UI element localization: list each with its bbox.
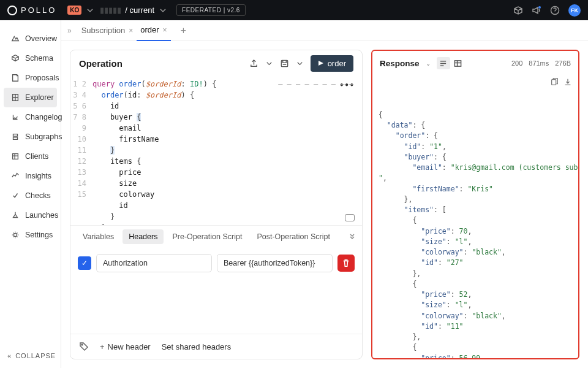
settings-icon: [11, 231, 20, 239]
proposals-icon: [11, 74, 20, 82]
trash-icon: [342, 259, 350, 267]
new-header-button[interactable]: +New header: [100, 342, 151, 351]
response-title: Response: [380, 59, 420, 68]
response-body[interactable]: { "data": { "order": { "id": "1", "buyer…: [372, 75, 578, 358]
bottom-tab-pre-operation-script[interactable]: Pre-Operation Script: [166, 229, 248, 244]
delete-header-button[interactable]: [337, 255, 355, 272]
response-size: 276B: [555, 59, 571, 67]
sidebar-item-proposals[interactable]: Proposals: [4, 68, 57, 88]
insights-icon: [11, 172, 20, 180]
changelog-icon: [11, 113, 20, 121]
sidebar-item-settings[interactable]: Settings: [4, 225, 57, 245]
checks-icon: [11, 191, 20, 200]
sidebar-item-changelog[interactable]: Changelog: [4, 107, 57, 127]
breadcrumb[interactable]: ▮▮▮▮▮ / current: [100, 6, 168, 15]
svg-rect-5: [552, 80, 556, 85]
keyboard-icon[interactable]: [345, 214, 355, 221]
response-time: 871ms: [529, 59, 549, 67]
run-button[interactable]: order: [311, 55, 353, 72]
topbar: POLLO KO ▮▮▮▮▮ / current FEDERATED | v2.…: [0, 0, 588, 20]
collapse-panel-icon[interactable]: [349, 232, 356, 242]
close-icon[interactable]: ×: [163, 26, 167, 34]
logo-icon: [7, 6, 17, 15]
tag-icon[interactable]: [79, 342, 89, 351]
close-icon[interactable]: ×: [129, 26, 133, 35]
sidebar-item-schema[interactable]: Schema: [4, 48, 57, 68]
sidebar-item-subgraphs[interactable]: Subgraphs: [4, 127, 57, 147]
play-icon: [318, 60, 324, 66]
clients-icon: [11, 152, 20, 161]
announcement-icon[interactable]: [532, 6, 541, 15]
chevron-down-icon[interactable]: [265, 59, 274, 68]
org-badge[interactable]: KO: [67, 6, 81, 15]
collapse-button[interactable]: « COLLAPSE: [0, 343, 61, 368]
chevron-down-icon[interactable]: [85, 6, 95, 15]
svg-rect-4: [454, 60, 461, 66]
bottom-tab-post-operation-script[interactable]: Post-Operation Script: [251, 229, 336, 244]
sidebar-item-insights[interactable]: Insights: [4, 166, 57, 186]
sandbox-icon[interactable]: [513, 6, 523, 15]
save-icon[interactable]: [280, 59, 289, 68]
query-editor[interactable]: 1 2 3 4 5 6 7 8 9 10 11 12 13 14 15 quer…: [70, 76, 362, 225]
logo-text: POLLO: [21, 6, 56, 15]
bottom-tab-variables[interactable]: Variables: [77, 229, 120, 244]
share-icon[interactable]: [249, 59, 258, 68]
header-enabled-checkbox[interactable]: ✓: [78, 256, 91, 270]
add-tab-button[interactable]: +: [177, 25, 190, 36]
header-row: ✓: [78, 254, 355, 272]
svg-point-3: [81, 344, 83, 345]
header-key-input[interactable]: [96, 254, 212, 272]
schema-icon: [11, 54, 20, 63]
chevron-down-icon[interactable]: [295, 59, 304, 68]
chevron-down-icon[interactable]: ⌄: [426, 60, 431, 67]
logo[interactable]: POLLO: [7, 6, 56, 15]
collapse-markers: – – – – – – – – –: [278, 79, 353, 90]
sidebar-item-launches[interactable]: Launches: [4, 205, 57, 225]
avatar[interactable]: FK: [568, 4, 581, 17]
status-code: 200: [511, 59, 522, 67]
tab-subscription[interactable]: Subscription×: [78, 20, 137, 41]
view-json-button[interactable]: [437, 57, 450, 69]
sidebar: OverviewSchemaProposalsExplorerChangelog…: [0, 20, 61, 368]
chevron-down-icon: [158, 6, 168, 15]
tabs-row: » Subscription×order× +: [61, 20, 588, 41]
svg-rect-2: [281, 60, 287, 66]
shared-headers-button[interactable]: Set shared headers: [162, 342, 231, 351]
sidebar-item-explorer[interactable]: Explorer: [4, 88, 57, 107]
overview-icon: [11, 34, 20, 43]
header-value-input[interactable]: [217, 254, 333, 272]
federation-badge: FEDERATED | v2.6: [176, 4, 246, 16]
tabs-overflow-icon[interactable]: »: [67, 26, 72, 35]
svg-point-0: [538, 6, 541, 9]
explorer-icon: [11, 93, 20, 102]
download-icon[interactable]: [564, 78, 572, 86]
bottom-tab-headers[interactable]: Headers: [123, 229, 164, 244]
response-panel: Response ⌄ 200 871ms 276B: [371, 50, 579, 359]
subgraphs-icon: [11, 132, 20, 141]
sidebar-item-clients[interactable]: Clients: [4, 147, 57, 166]
tab-order[interactable]: order×: [137, 20, 170, 41]
operation-title: Operation: [79, 58, 123, 69]
sidebar-item-checks[interactable]: Checks: [4, 186, 57, 205]
help-icon[interactable]: [550, 6, 560, 15]
view-table-button[interactable]: [451, 57, 465, 69]
sidebar-item-overview[interactable]: Overview: [4, 29, 57, 48]
copy-icon[interactable]: [550, 78, 559, 86]
operation-panel: Operation order 1 2 3 4 5 6 7 8 9 10 11 …: [70, 50, 363, 359]
launches-icon: [11, 211, 20, 220]
